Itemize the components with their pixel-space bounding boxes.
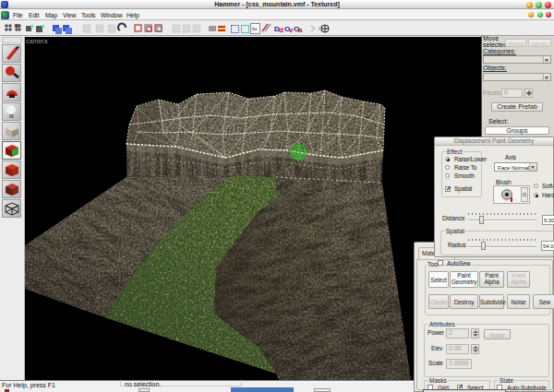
svg-text:a: a [298,26,303,34]
svg-text:tu: tu [252,26,257,31]
svg-text:3D: 3D [14,23,20,29]
svg-text:d: d [279,26,283,34]
